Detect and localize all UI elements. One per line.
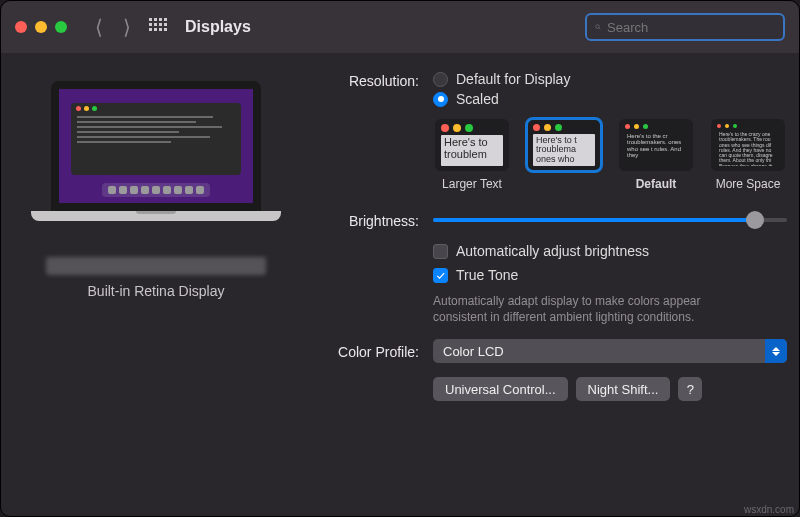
universal-control-button[interactable]: Universal Control... (433, 377, 568, 401)
traffic-lights (15, 21, 67, 33)
main-panel: Resolution: Default for Display Scaled H… (311, 53, 800, 516)
chevron-updown-icon (765, 339, 787, 363)
show-all-icon[interactable] (149, 18, 167, 36)
slider-knob[interactable] (746, 211, 764, 229)
search-field[interactable] (585, 13, 785, 41)
search-input[interactable] (607, 20, 775, 35)
device-label: Built-in Retina Display (88, 283, 225, 299)
color-profile-label: Color Profile: (311, 342, 419, 360)
thumb-caption: Larger Text (442, 177, 502, 191)
night-shift-button[interactable]: Night Shift... (576, 377, 671, 401)
radio-icon (433, 72, 448, 87)
preferences-window: ⟨ ⟩ Displays (0, 0, 800, 517)
back-button[interactable]: ⟨ (95, 17, 103, 37)
sidebar: Built-in Retina Display (1, 53, 311, 516)
watermark: wsxdn.com (744, 504, 794, 515)
checkbox-icon (433, 268, 448, 283)
true-tone-description: Automatically adapt display to make colo… (433, 293, 743, 325)
device-thumbnail[interactable] (31, 81, 281, 241)
brightness-label: Brightness: (311, 211, 419, 229)
svg-point-0 (596, 25, 600, 29)
device-name-redacted (46, 257, 266, 275)
thumb-larger-text[interactable]: Here's to troublem Larger Text (433, 119, 511, 191)
help-button[interactable]: ? (678, 377, 702, 401)
bottom-buttons: Universal Control... Night Shift... ? (433, 377, 787, 401)
thumb-caption: Default (636, 177, 677, 191)
minimize-window-button[interactable] (35, 21, 47, 33)
checkbox-icon (433, 244, 448, 259)
color-profile-row: Color Profile: Color LCD (311, 339, 787, 363)
search-icon (595, 20, 601, 34)
auto-brightness-checkbox[interactable]: Automatically adjust brightness (433, 243, 787, 259)
thumb-more-space[interactable]: Here's to the crazy one troublemakers. T… (709, 119, 787, 191)
zoom-window-button[interactable] (55, 21, 67, 33)
brightness-slider[interactable] (433, 211, 787, 229)
svg-line-1 (599, 28, 601, 30)
checkbox-label: Automatically adjust brightness (456, 243, 649, 259)
close-window-button[interactable] (15, 21, 27, 33)
thumb-caption: More Space (716, 177, 781, 191)
titlebar: ⟨ ⟩ Displays (1, 1, 799, 53)
color-profile-select[interactable]: Color LCD (433, 339, 787, 363)
radio-scaled[interactable]: Scaled (433, 91, 570, 107)
resolution-label: Resolution: (311, 71, 419, 89)
radio-default-for-display[interactable]: Default for Display (433, 71, 570, 87)
brightness-row: Brightness: (311, 211, 787, 229)
radio-icon (433, 92, 448, 107)
resolution-thumbnails: Here's to troublem Larger Text Here's to… (433, 119, 787, 191)
thumb-mid[interactable]: Here's to t troublema ones who (525, 119, 603, 191)
content: Built-in Retina Display Resolution: Defa… (1, 53, 799, 516)
true-tone-checkbox[interactable]: True Tone (433, 267, 787, 283)
checkbox-label: True Tone (456, 267, 518, 283)
forward-button[interactable]: ⟩ (123, 17, 131, 37)
radio-label: Scaled (456, 91, 499, 107)
brightness-options: Automatically adjust brightness True Ton… (433, 243, 787, 325)
resolution-radios: Default for Display Scaled (433, 71, 570, 107)
nav-buttons: ⟨ ⟩ (95, 17, 131, 37)
radio-label: Default for Display (456, 71, 570, 87)
window-title: Displays (185, 18, 251, 36)
select-value: Color LCD (443, 344, 504, 359)
thumb-default[interactable]: Here's to the cr troublemakers. ones who… (617, 119, 695, 191)
resolution-row: Resolution: Default for Display Scaled (311, 71, 787, 107)
